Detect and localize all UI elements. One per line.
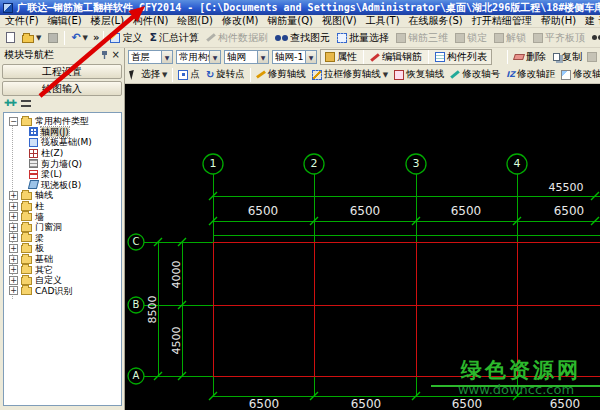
rotate-point-button[interactable]: ↻旋转点 bbox=[204, 67, 247, 82]
menu-item-edit[interactable]: 编辑(E) bbox=[48, 14, 82, 28]
open-folder-icon bbox=[21, 118, 32, 126]
chevron-down-icon: ▼ bbox=[383, 71, 388, 79]
view-rebar-qty-button[interactable]: 查看钢筋量 bbox=[590, 30, 600, 46]
toolbar-context: 首层▼ 常用构件▼ 轴网▼ 轴网-1▼ 属性 编辑钢筋 构件列表 删除 复制 bbox=[125, 48, 600, 66]
tree-folder-beam[interactable]: +梁 bbox=[5, 233, 120, 244]
menu-item-file[interactable]: 文件(F) bbox=[5, 14, 39, 28]
tree-item-cast-slab[interactable]: 现浇板(B) bbox=[5, 180, 120, 191]
tree-item-beam[interactable]: 梁(L) bbox=[5, 169, 120, 180]
project-settings-button[interactable]: 工程设置 bbox=[2, 64, 122, 79]
collapse-icon[interactable]: − bbox=[9, 117, 18, 126]
modify-number-position-button[interactable]: 修改轴号位置 bbox=[559, 67, 600, 82]
expand-icon[interactable]: + bbox=[9, 212, 18, 221]
expand-stars-icon[interactable]: ✚✚ bbox=[4, 98, 15, 108]
expand-icon[interactable]: + bbox=[9, 286, 18, 295]
expand-icon[interactable]: + bbox=[9, 233, 18, 242]
menu-item-modify[interactable]: 修改(M) bbox=[222, 14, 258, 28]
chevron-down-icon: ▼ bbox=[257, 51, 268, 63]
lock-button: 锁定 bbox=[453, 30, 489, 46]
close-icon[interactable]: × bbox=[112, 50, 120, 60]
attributes-button[interactable]: 属性 bbox=[323, 49, 359, 65]
menu-item-tools[interactable]: 工具(T) bbox=[366, 14, 400, 28]
restore-axis-icon bbox=[394, 70, 404, 80]
expand-icon[interactable]: + bbox=[9, 255, 18, 264]
expand-icon[interactable]: + bbox=[9, 223, 18, 232]
tree-folder-other[interactable]: +其它 bbox=[5, 264, 120, 275]
tree-folder-custom[interactable]: +自定义 bbox=[5, 275, 120, 286]
component-list-button[interactable]: 构件列表 bbox=[433, 49, 489, 65]
raft-icon bbox=[29, 138, 38, 147]
tree-folder-cad-recognition[interactable]: +CAD识别 bbox=[5, 286, 120, 297]
menu-item-rebar-qty[interactable]: 钢筋量(Q) bbox=[267, 14, 313, 28]
box-trim-axis-button[interactable]: 拉框修剪轴线▼ bbox=[310, 67, 390, 82]
folder-icon bbox=[21, 234, 32, 242]
find-element-button[interactable]: 查找图元 bbox=[273, 30, 332, 46]
flat-slab-top-button: 平齐板顶 bbox=[531, 30, 587, 46]
tree-folder-slab[interactable]: +板 bbox=[5, 243, 120, 254]
open-file-button[interactable]: ▼ bbox=[20, 32, 43, 44]
summarize-calc-button[interactable]: Σ汇总计算 bbox=[147, 30, 201, 46]
folder-icon bbox=[21, 245, 32, 253]
cursor-icon bbox=[129, 69, 140, 80]
component-group-select[interactable]: 常用构件▼ bbox=[176, 50, 221, 64]
expand-icon[interactable]: + bbox=[9, 276, 18, 285]
tree-item-common-types[interactable]: −常用构件类型 bbox=[5, 116, 120, 127]
define-button[interactable]: 定义 bbox=[108, 30, 144, 46]
toolbar-overflow-button[interactable]: » bbox=[93, 32, 99, 43]
point-button[interactable]: 点 bbox=[176, 67, 202, 82]
component-data-brush-button: 构件数据刷 bbox=[204, 30, 270, 46]
floor-select[interactable]: 首层▼ bbox=[128, 50, 173, 64]
menu-item-fine-management[interactable]: 打开精细管理 bbox=[472, 14, 532, 28]
expand-icon[interactable]: + bbox=[9, 202, 18, 211]
tree-item-shear-wall[interactable]: 剪力墙(Q) bbox=[5, 158, 120, 169]
component-type-select[interactable]: 轴网▼ bbox=[224, 50, 269, 64]
window-title: 广联达—钢筋施工翻样软件 GFY2014 - [C:\Documents and… bbox=[17, 1, 600, 15]
rebar-3d-icon bbox=[396, 33, 406, 43]
menu-item-suggestion[interactable]: 建 议 bbox=[585, 14, 600, 28]
tree-folder-foundation[interactable]: +基础 bbox=[5, 254, 120, 265]
pin-icon[interactable] bbox=[100, 50, 109, 60]
menu-bar: 文件(F) 编辑(E) 楼层(L) 构件(N) 绘图(D) 修改(M) 钢筋量(… bbox=[0, 15, 600, 28]
tree-folder-axis[interactable]: +轴线 bbox=[5, 190, 120, 201]
save-button[interactable] bbox=[46, 32, 60, 44]
attributes-icon bbox=[325, 52, 335, 62]
edit-rebar-button[interactable]: 编辑钢筋 bbox=[368, 49, 424, 65]
chevron-down-icon: ▼ bbox=[36, 34, 41, 42]
tree-folder-wall[interactable]: +墙 bbox=[5, 211, 120, 222]
unlock-button: 解锁 bbox=[492, 30, 528, 46]
modify-axis-number-button[interactable]: 修改轴号 bbox=[448, 67, 502, 82]
binoculars-icon bbox=[275, 35, 281, 41]
menu-item-help[interactable]: 帮助(H) bbox=[541, 14, 576, 28]
brush-icon bbox=[206, 33, 216, 42]
module-navigation-panel: 模块导航栏 × 工程设置 绘图输入 ✚✚ −常用构件类型 轴网(J) 筏板基础(… bbox=[0, 48, 125, 410]
trim-axis-button[interactable]: 修剪轴线 bbox=[254, 67, 308, 82]
tree-item-column[interactable]: 柱(Z) bbox=[5, 148, 120, 159]
tree-item-raft-foundation[interactable]: 筏板基础(M) bbox=[5, 137, 120, 148]
expand-icon[interactable]: + bbox=[9, 191, 18, 200]
modify-axis-distance-button[interactable]: IZ修改轴距 bbox=[504, 67, 557, 82]
batch-select-button[interactable]: 批量选择 bbox=[335, 30, 391, 46]
menu-item-draw[interactable]: 绘图(D) bbox=[177, 14, 213, 28]
glasses-icon bbox=[592, 35, 597, 40]
menu-item-view[interactable]: 视图(V) bbox=[322, 14, 357, 28]
draw-input-button[interactable]: 绘图输入 bbox=[2, 81, 122, 96]
select-button[interactable]: 选择▼ bbox=[128, 67, 169, 82]
expand-icon[interactable]: + bbox=[9, 265, 18, 274]
element-select[interactable]: 轴网-1▼ bbox=[272, 50, 317, 64]
menu-item-online-service[interactable]: 在线服务(S) bbox=[409, 14, 463, 28]
copy-button[interactable]: 复制 bbox=[551, 49, 584, 65]
tree-folder-openings[interactable]: +门窗洞 bbox=[5, 222, 120, 233]
rotate-icon: ↻ bbox=[206, 70, 214, 80]
tree-item-axis-grid[interactable]: 轴网(J) bbox=[5, 127, 120, 138]
menu-item-component[interactable]: 构件(N) bbox=[133, 14, 168, 28]
delete-button[interactable]: 删除 bbox=[512, 49, 548, 65]
collapse-bars-icon[interactable] bbox=[21, 100, 31, 107]
expand-icon[interactable]: + bbox=[9, 244, 18, 253]
column-icon bbox=[29, 149, 38, 158]
menu-item-floor[interactable]: 楼层(L) bbox=[91, 14, 124, 28]
undo-button[interactable]: ↶▼ bbox=[69, 31, 90, 44]
restore-axis-button[interactable]: 恢复轴线 bbox=[392, 67, 446, 82]
new-file-button[interactable] bbox=[4, 31, 17, 44]
drawing-canvas[interactable]: 1 2 3 4 C B A 45500 6500 6500 6500 6500 … bbox=[125, 84, 600, 410]
tree-folder-column[interactable]: +柱 bbox=[5, 201, 120, 212]
